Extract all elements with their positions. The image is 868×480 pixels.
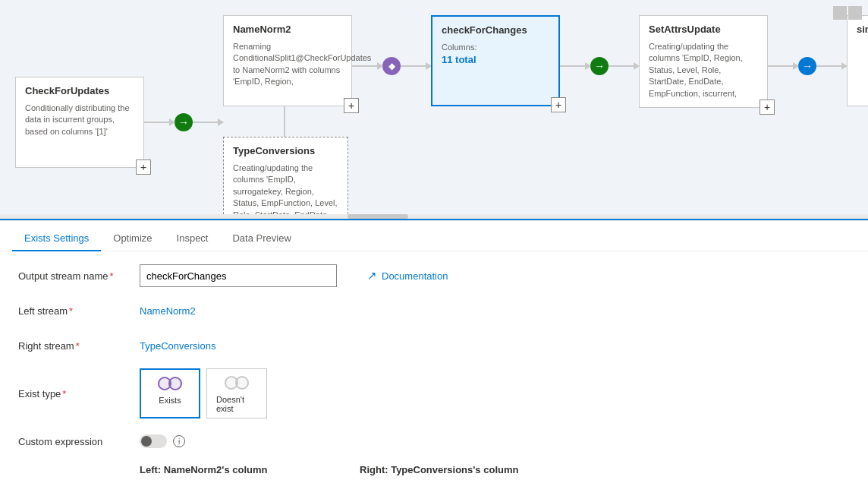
connector-3: → — [560, 57, 639, 75]
node-checkforchanges-title: checkForChanges — [442, 24, 549, 36]
node-sinkupdates-title: sinkUpdates — [857, 24, 868, 35]
arrow-line-2b — [401, 65, 431, 67]
connector-icon-4[interactable]: → — [798, 57, 816, 75]
node-typeconversions-desc: Creating/updating the columns 'EmpID, su… — [233, 163, 338, 220]
info-icon[interactable]: i — [173, 435, 185, 447]
tab-exists-settings[interactable]: Exists Settings — [12, 226, 101, 251]
output-stream-row: Output stream name* ↗ Documentation — [18, 264, 850, 288]
left-column-header: Left: NameNorm2's column — [140, 464, 314, 475]
left-stream-row: Left stream* NameNorm2 — [18, 298, 850, 323]
toggle-knob — [141, 436, 152, 447]
left-stream-value[interactable]: NameNorm2 — [140, 305, 196, 317]
custom-expression-row: Custom expression i — [18, 429, 850, 453]
node-setattrsupdate[interactable]: SetAttrsUpdate Creating/updating the col… — [639, 15, 768, 108]
node-sinkupdates[interactable]: sinkUpdates — [847, 15, 868, 106]
exists-conditions-label: Exists conditions* — [18, 464, 140, 480]
node-setattrsupdate-title: SetAttrsUpdate — [649, 24, 758, 35]
bottom-panel: Exists Settings Optimize Inspect Data Pr… — [0, 220, 868, 480]
right-column-header: Right: TypeConversions's column — [360, 464, 518, 475]
canvas-mini-controls — [833, 6, 862, 20]
custom-expression-label: Custom expression — [18, 436, 140, 447]
documentation-link[interactable]: ↗ Documentation — [367, 269, 448, 283]
right-stream-value[interactable]: TypeConversions — [140, 340, 215, 352]
arrow-line-1b — [193, 122, 223, 123]
left-stream-label: Left stream* — [18, 305, 140, 317]
node-namenorm2-add[interactable]: + — [344, 98, 359, 113]
node-checkforupdates-title: CheckForUpdates — [25, 85, 134, 96]
connector-1: → — [144, 113, 223, 131]
tab-inspect[interactable]: Inspect — [165, 226, 221, 251]
venn-circle-right-exists — [168, 377, 182, 390]
exist-btn-exists-label: Exists — [159, 396, 181, 405]
node-namenorm2[interactable]: NameNorm2 Renaming ConditionalSplit1@Che… — [223, 15, 352, 106]
canvas-zoom-in[interactable] — [848, 6, 862, 20]
canvas-scrollbar-thumb[interactable] — [348, 214, 408, 219]
exist-btn-doesnt-exist[interactable]: Doesn't exist — [206, 368, 267, 418]
node-checkforchanges[interactable]: checkForChanges Columns: 11 total + — [431, 15, 560, 106]
node-typeconversions[interactable]: TypeConversions Creating/updating the co… — [223, 137, 348, 220]
venn-exists — [156, 374, 184, 393]
venn-doesnt-exist — [223, 374, 250, 392]
documentation-icon: ↗ — [367, 269, 377, 283]
conditions-columns: Left: NameNorm2's column Right: TypeConv… — [140, 464, 619, 480]
connector-4: → — [768, 57, 847, 75]
arrow-line-4 — [768, 65, 798, 67]
branch-line-down — [284, 106, 285, 137]
columns-count: 11 total — [442, 54, 476, 65]
node-row-1: CheckForUpdates Conditionally distributi… — [15, 15, 868, 220]
documentation-label: Documentation — [382, 270, 448, 282]
canvas-zoom-out[interactable] — [833, 6, 847, 20]
output-stream-input[interactable] — [140, 264, 337, 287]
custom-expression-toggle[interactable] — [140, 434, 167, 448]
node-checkforchanges-add[interactable]: + — [551, 97, 566, 112]
output-stream-label: Output stream name* — [18, 270, 140, 282]
node-namenorm2-title: NameNorm2 — [233, 24, 342, 35]
tab-data-preview[interactable]: Data Preview — [220, 226, 303, 251]
exist-type-row: Exist type* Exists Doesn't exist — [18, 368, 850, 418]
node-setattrsupdate-add[interactable]: + — [760, 99, 775, 115]
connector-icon-2[interactable]: ◆ — [382, 57, 401, 75]
arrow-line-1 — [144, 122, 175, 123]
exist-type-label: Exist type* — [18, 388, 140, 399]
arrow-line-2 — [352, 65, 382, 67]
pipeline-canvas: CheckForUpdates Conditionally distributi… — [0, 0, 868, 220]
exist-btn-doesnt-exist-label: Doesn't exist — [216, 395, 257, 413]
node-checkforupdates-desc: Conditionally distributing the data in i… — [25, 103, 134, 137]
arrow-line-3b — [609, 65, 639, 67]
canvas-scrollbar[interactable] — [0, 214, 868, 219]
right-stream-row: Right stream* TypeConversions — [18, 333, 850, 358]
connector-2: ◆ — [352, 57, 431, 75]
node-checkforchanges-desc: Columns: 11 total — [442, 42, 549, 68]
arrow-line-3 — [560, 65, 590, 67]
form-area: Output stream name* ↗ Documentation Left… — [0, 251, 868, 480]
node-checkforupdates[interactable]: CheckForUpdates Conditionally distributi… — [15, 77, 144, 168]
connector-icon-1[interactable]: → — [175, 113, 193, 131]
exist-type-group: Exists Doesn't exist — [140, 368, 267, 418]
node-setattrsupdate-desc: Creating/updating the columns 'EmpID, Re… — [649, 41, 758, 99]
node-group-namenorm2: NameNorm2 Renaming ConditionalSplit1@Che… — [223, 15, 352, 220]
node-checkforupdates-add[interactable]: + — [136, 159, 151, 175]
exist-btn-exists[interactable]: Exists — [140, 368, 200, 418]
node-namenorm2-desc: Renaming ConditionalSplit1@CheckForUpdat… — [233, 41, 342, 88]
toggle-wrapper: i — [140, 434, 185, 448]
tab-optimize[interactable]: Optimize — [101, 226, 164, 251]
pipeline-nodes-container: CheckForUpdates Conditionally distributi… — [0, 15, 868, 220]
connector-icon-3[interactable]: → — [590, 57, 609, 75]
node-typeconversions-title: TypeConversions — [233, 145, 338, 156]
exists-conditions-row: Exists conditions* Left: NameNorm2's col… — [18, 464, 850, 480]
right-stream-label: Right stream* — [18, 340, 140, 352]
tabs-bar: Exists Settings Optimize Inspect Data Pr… — [0, 221, 868, 251]
arrow-line-4b — [816, 65, 847, 67]
columns-label: Columns: — [442, 43, 476, 52]
venn-circle-right-ne — [235, 376, 249, 390]
